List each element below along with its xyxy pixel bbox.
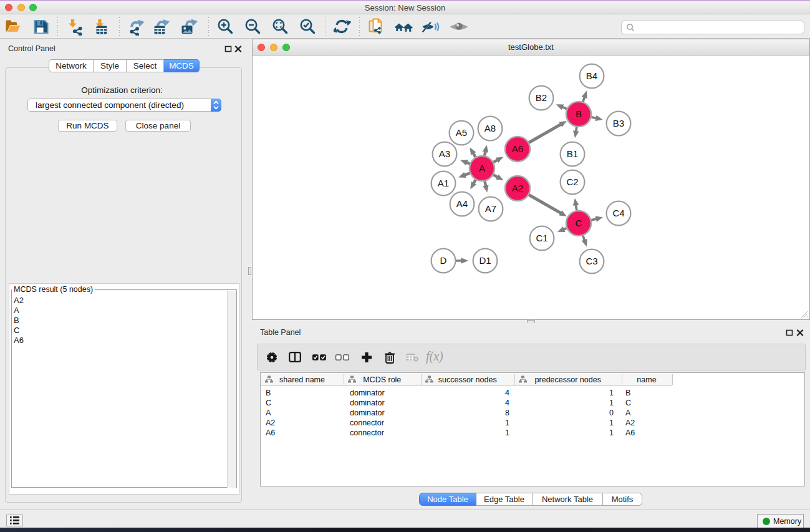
svg-text:C2: C2 <box>566 177 578 187</box>
svg-text:B4: B4 <box>586 70 597 81</box>
svg-text:B3: B3 <box>613 118 624 128</box>
svg-text:C1: C1 <box>536 233 547 243</box>
svg-text:A5: A5 <box>456 127 467 138</box>
svg-text:A3: A3 <box>439 148 450 159</box>
svg-text:D: D <box>440 255 447 266</box>
svg-text:C4: C4 <box>612 208 624 218</box>
svg-text:A8: A8 <box>485 123 496 133</box>
svg-text:D1: D1 <box>479 255 491 266</box>
svg-text:A1: A1 <box>438 178 449 188</box>
svg-text:A7: A7 <box>485 203 496 214</box>
svg-text:A: A <box>479 163 485 173</box>
svg-text:A6: A6 <box>512 143 523 154</box>
svg-text:B2: B2 <box>536 92 547 103</box>
svg-text:B1: B1 <box>567 148 578 159</box>
svg-text:B: B <box>576 109 582 119</box>
svg-text:C3: C3 <box>586 256 597 266</box>
svg-text:C: C <box>576 218 582 228</box>
svg-text:A4: A4 <box>456 198 468 209</box>
svg-text:A2: A2 <box>512 183 523 193</box>
